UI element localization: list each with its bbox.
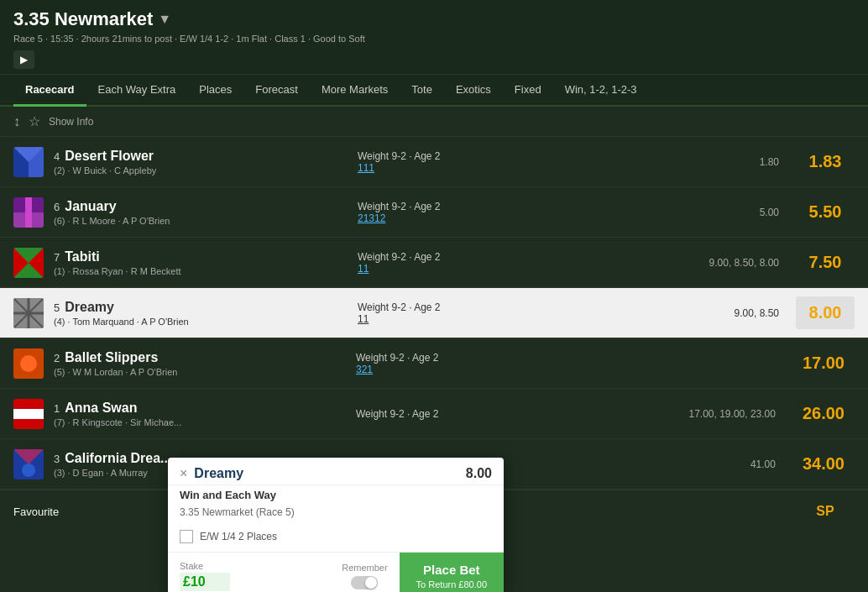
weight-form-ballet-slippers: Weight 9-2 · Age 2 321 <box>356 352 641 375</box>
popup-ew-row: E/W 1/4 2 Places <box>168 525 504 552</box>
bet-popup: × Dreamy 8.00 Win and Each Way 3.35 Newm… <box>168 458 504 592</box>
odds-button-desert-flower[interactable]: 1.83 <box>796 145 855 178</box>
horse-number: 3 <box>54 453 60 465</box>
horse-info-ballet-slippers: 2 Ballet Slippers (5) · W M Lordan · A P… <box>54 350 339 377</box>
odds-button-january[interactable]: 5.50 <box>796 196 855 228</box>
remember-toggle[interactable] <box>351 576 378 589</box>
odds-history: 5.00 <box>645 207 779 218</box>
tab-more-markets[interactable]: More Markets <box>310 75 400 107</box>
popup-bet-type: Win and Each Way <box>168 485 504 505</box>
horse-number: 6 <box>54 201 60 213</box>
table-row: 5 Dreamy (4) · Tom Marquand · A P O'Brie… <box>0 288 868 338</box>
tab-win-1-2-1-2-3[interactable]: Win, 1-2, 1-2-3 <box>553 75 649 107</box>
weight-form-january: Weight 9-2 · Age 2 21312 <box>358 201 645 224</box>
weight-info: Weight 9-2 · Age 2 <box>358 201 645 212</box>
silk-desert-flower <box>13 147 44 177</box>
place-bet-label: Place Bet <box>416 562 487 579</box>
table-row: 7 Tabiti (1) · Rossa Ryan · R M Beckett … <box>0 238 868 288</box>
race-subtitle: Race 5 · 15:35 · 2hours 21mins to post ·… <box>13 34 855 44</box>
odds-button-dreamy[interactable]: 8.00 <box>796 296 855 329</box>
silk-january <box>13 197 44 228</box>
race-title: 3.35 Newmarket <box>13 8 153 30</box>
tab-fixed[interactable]: Fixed <box>503 75 553 107</box>
race-header: 3.35 Newmarket ▼ Race 5 · 15:35 · 2hours… <box>0 0 868 75</box>
form-string[interactable]: 321 <box>356 364 641 375</box>
tab-each-way-extra[interactable]: Each Way Extra <box>86 75 188 107</box>
odds-button-tabiti[interactable]: 7.50 <box>796 246 855 279</box>
chevron-down-icon[interactable]: ▼ <box>158 12 171 27</box>
stake-input[interactable] <box>180 573 230 591</box>
horse-name: Desert Flower <box>65 149 154 164</box>
jockey-trainer: (5) · W M Lordan · A P O'Brien <box>54 367 339 377</box>
odds-button-anna-swan[interactable]: 26.00 <box>792 397 855 430</box>
horse-name: Anna Swan <box>65 401 137 416</box>
table-row: 1 Anna Swan (7) · R Kingscote · Sir Mich… <box>0 389 868 439</box>
silk-ballet-slippers <box>13 348 44 379</box>
form-string[interactable]: 21312 <box>358 212 645 224</box>
weight-info: Weight 9-2 · Age 2 <box>358 251 645 263</box>
weight-info: Weight 9-2 · Age 2 <box>356 352 641 364</box>
horse-number: 2 <box>54 352 60 364</box>
jockey-trainer: (4) · Tom Marquand · A P O'Brien <box>54 317 341 327</box>
horse-info-january: 6 January (6) · R L Moore · A P O'Brien <box>54 199 341 226</box>
weight-info: Weight 9-2 · Age 2 <box>358 301 645 313</box>
form-string[interactable]: 11 <box>358 263 645 275</box>
odds-history: 17.00, 19.00, 23.00 <box>641 408 776 420</box>
table-row: 2 Ballet Slippers (5) · W M Lordan · A P… <box>0 338 868 389</box>
popup-horse-name: Dreamy <box>194 466 243 481</box>
odds-button-ballet-slippers[interactable]: 17.00 <box>792 347 855 380</box>
tab-tote[interactable]: Tote <box>400 75 444 107</box>
weight-form-dreamy: Weight 9-2 · Age 2 11 <box>358 301 645 325</box>
popup-footer: Stake Remember Place Bet To Return £80.0… <box>168 552 504 592</box>
silk-tabiti <box>13 248 44 278</box>
horse-name: Dreamy <box>65 300 114 315</box>
ew-checkbox[interactable] <box>180 530 193 543</box>
weight-info: Weight 9-2 · Age 2 <box>358 150 645 162</box>
horse-number: 4 <box>54 150 60 163</box>
horse-info-dreamy: 5 Dreamy (4) · Tom Marquand · A P O'Brie… <box>54 300 341 327</box>
tab-places[interactable]: Places <box>187 75 243 107</box>
form-string[interactable]: 11 <box>358 313 645 325</box>
jockey-trainer: (7) · R Kingscote · Sir Michae... <box>54 417 339 427</box>
horse-info-desert-flower: 4 Desert Flower (2) · W Buick · C Appleb… <box>54 149 341 176</box>
star-icon[interactable]: ☆ <box>29 113 40 129</box>
horse-number: 5 <box>54 301 60 314</box>
nav-tabs: Racecard Each Way Extra Places Forecast … <box>0 75 868 107</box>
weight-form-desert-flower: Weight 9-2 · Age 2 111 <box>358 150 645 174</box>
toolbar: ↕ ☆ Show Info <box>0 107 868 137</box>
popup-odds: 8.00 <box>466 466 492 481</box>
tab-exotics[interactable]: Exotics <box>444 75 503 107</box>
form-string[interactable]: 111 <box>358 162 645 174</box>
table-row: 6 January (6) · R L Moore · A P O'Brien … <box>0 187 868 238</box>
svg-point-15 <box>20 355 37 372</box>
tab-forecast[interactable]: Forecast <box>243 75 310 107</box>
horse-name: Tabiti <box>65 249 99 265</box>
horse-info-tabiti: 7 Tabiti (1) · Rossa Ryan · R M Beckett <box>54 249 341 276</box>
svg-rect-5 <box>25 197 32 228</box>
horse-name: California Drea... <box>65 451 171 466</box>
popup-race-info: 3.35 Newmarket (Race 5) <box>168 505 504 525</box>
weight-info: Weight 9-2 · Age 2 <box>356 408 641 420</box>
favourite-label: Favourite <box>13 506 59 518</box>
horse-number: 7 <box>54 251 60 264</box>
place-bet-button[interactable]: Place Bet To Return £80.00 <box>400 553 504 592</box>
svg-point-20 <box>22 464 35 477</box>
remember-section: Remember <box>330 556 399 592</box>
weight-form-anna-swan: Weight 9-2 · Age 2 <box>356 408 641 420</box>
remember-label: Remember <box>342 563 387 573</box>
tab-racecard[interactable]: Racecard <box>13 75 86 107</box>
odds-button-california-dream[interactable]: 34.00 <box>792 448 855 480</box>
popup-close-button[interactable]: × <box>180 466 187 481</box>
show-info-button[interactable]: Show Info <box>49 116 93 128</box>
video-button-row: ▶ <box>13 50 855 69</box>
silk-california-dream <box>13 449 44 479</box>
odds-history: 9.00, 8.50, 8.00 <box>645 257 779 269</box>
video-button[interactable]: ▶ <box>13 50 34 69</box>
svg-rect-17 <box>13 409 44 419</box>
ew-label: E/W 1/4 2 Places <box>200 531 277 542</box>
odds-history: 41.00 <box>641 458 776 470</box>
toggle-knob <box>365 577 377 589</box>
sort-icon[interactable]: ↕ <box>13 114 20 129</box>
sp-odds[interactable]: SP <box>796 497 855 526</box>
horse-name: January <box>65 199 116 214</box>
